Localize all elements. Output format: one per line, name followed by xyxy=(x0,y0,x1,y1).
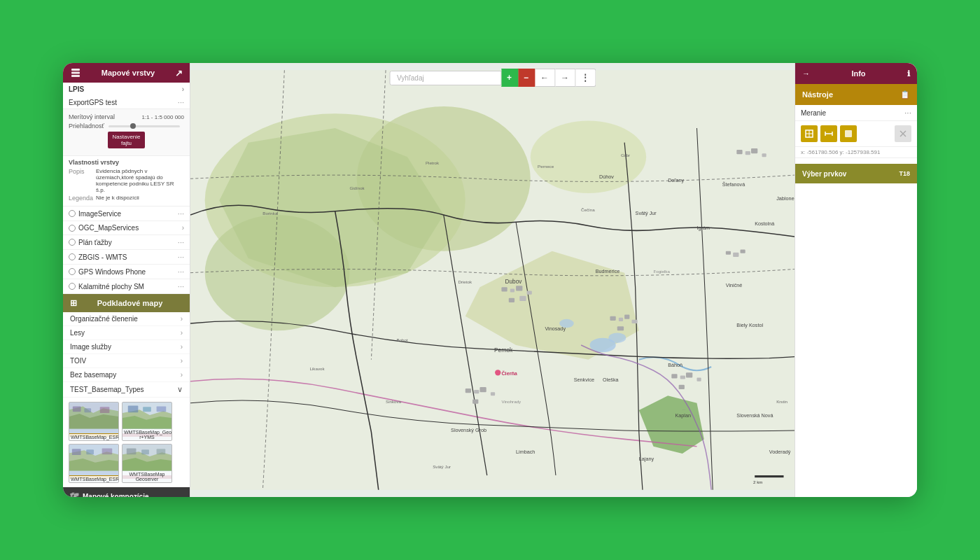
svg-text:Sinkova: Sinkova xyxy=(386,399,402,404)
image-sluzby-label: Image služby xyxy=(70,343,111,351)
kompozicie-label: Mapové kompozície xyxy=(83,493,148,498)
vyberprvkov-header[interactable]: Výber prvkov T18 xyxy=(795,164,917,183)
svg-text:Pietrok: Pietrok xyxy=(426,160,440,165)
nastroje-title: Nástroje xyxy=(802,90,833,99)
vlastnosti-section: Vlastnosti vrstvy Popis Evidencia pôdnyc… xyxy=(63,156,190,206)
coordinates-display: x: -561780.506 y: -1257938.591 xyxy=(795,147,917,158)
svg-text:Čierňa: Čierňa xyxy=(501,370,517,377)
svg-text:Gidínok: Gidínok xyxy=(349,186,365,190)
radio-imageservice[interactable] xyxy=(69,210,76,217)
ogc-layer[interactable]: OGC_MapServices › xyxy=(63,221,190,235)
export-icon[interactable]: ↗ xyxy=(175,68,183,78)
svg-rect-1 xyxy=(71,72,80,74)
svg-rect-61 xyxy=(740,250,745,253)
exportgps-dots[interactable]: ··· xyxy=(178,98,184,106)
zbgis-layer[interactable]: ZBGIS - WMTS ··· xyxy=(63,250,190,265)
measure-clear-button[interactable] xyxy=(895,125,911,142)
info-header: → Info ℹ xyxy=(795,63,917,84)
svg-text:Igrám: Igrám xyxy=(696,225,709,231)
exportgps-layer-item[interactable]: ExportGPS test ··· xyxy=(63,96,190,108)
measure-length-button[interactable] xyxy=(820,125,837,142)
svg-text:Likavok: Likavok xyxy=(310,366,326,371)
nastroje-header[interactable]: Nástroje 📋 xyxy=(795,84,917,105)
svg-rect-12 xyxy=(128,405,139,412)
plan-tazby-layer[interactable]: Plán ťažby ··· xyxy=(63,235,190,250)
test-basemap-item[interactable]: TEST_Basemap_Types ∨ xyxy=(63,382,190,398)
svg-text:Krstin: Krstin xyxy=(776,399,788,404)
svg-text:Vinohrady: Vinohrady xyxy=(501,399,522,404)
kalamitne-layer[interactable]: Kalamitné plochy SM ··· xyxy=(63,279,190,294)
svg-rect-113 xyxy=(845,130,852,137)
radio-ogc[interactable] xyxy=(69,225,76,232)
kompozicie-icon: 🗺 xyxy=(70,491,78,497)
opacity-slider[interactable] xyxy=(108,125,180,127)
search-box[interactable]: Vyhľadaj xyxy=(389,71,501,85)
svg-rect-41 xyxy=(527,291,532,295)
svg-text:Budmerice: Budmerice xyxy=(596,268,620,274)
toiv-label: TOIV xyxy=(70,357,86,365)
basemap-thumb-2[interactable]: WMTSBaseMap_Geoserve r+YMS xyxy=(122,402,172,441)
bez-basemapy-arrow: › xyxy=(181,371,183,379)
lpis-layer-item[interactable]: LPIS › xyxy=(63,83,190,96)
lesy-item[interactable]: Lesy › xyxy=(63,326,190,340)
lpis-arrow: › xyxy=(182,85,184,93)
svg-text:Gilbr: Gilbr xyxy=(621,153,630,158)
radio-zbgis[interactable] xyxy=(69,253,76,260)
org-clenenie-label: Organizačné členenie xyxy=(70,315,138,323)
imageservice-dots[interactable]: ··· xyxy=(178,209,184,218)
basemap-thumb-1[interactable]: WMTSBaseMap_ESRI xyxy=(69,402,119,441)
radio-kalamitne[interactable] xyxy=(69,283,76,290)
map-svg: Dubov Budmerice Pernok Vinosady Slovensk… xyxy=(190,63,794,497)
more-options-button[interactable]: ⋮ xyxy=(575,69,596,87)
nastavenie-button[interactable]: Nastaveniefajtu xyxy=(108,132,144,148)
measure-point-button[interactable] xyxy=(840,125,857,142)
svg-rect-65 xyxy=(762,153,766,157)
lpis-label: LPIS xyxy=(69,85,84,93)
map-area[interactable]: Dubov Budmerice Pernok Vinosady Slovensk… xyxy=(190,63,794,497)
zoom-in-button[interactable]: + xyxy=(501,69,518,87)
image-sluzby-item[interactable]: Image služby › xyxy=(63,340,190,354)
zbgis-dots[interactable]: ··· xyxy=(178,253,184,261)
meranie-dots[interactable]: ··· xyxy=(904,108,911,118)
imageservice-layer[interactable]: ImageService ··· xyxy=(63,206,190,221)
coords-text: x: -561780.506 y: -1257938.591 xyxy=(801,149,880,155)
svg-rect-51 xyxy=(624,315,629,319)
mapove-kompozicie-bar[interactable]: 🗺 Mapové kompozície xyxy=(63,487,190,497)
svg-rect-105 xyxy=(755,475,783,477)
gps-label: GPS Windows Phone xyxy=(78,268,146,276)
kalamitne-dots[interactable]: ··· xyxy=(178,282,184,290)
plan-dots[interactable]: ··· xyxy=(178,238,184,246)
radio-plan[interactable] xyxy=(69,239,76,246)
svg-text:Svätý Jur: Svätý Jur xyxy=(433,464,451,469)
org-clenenie-item[interactable]: Organizačné členenie › xyxy=(63,312,190,326)
svg-rect-56 xyxy=(686,372,692,377)
basemap-thumb-4[interactable]: WMTSBaseMap Geoserver xyxy=(122,444,172,483)
svg-rect-49 xyxy=(610,316,615,321)
svg-text:Drietok: Drietok xyxy=(458,279,472,284)
gps-dots[interactable]: ··· xyxy=(178,267,184,276)
bez-basemapy-item[interactable]: Bez basemapy › xyxy=(63,368,190,382)
zoom-out-button[interactable]: − xyxy=(518,69,535,87)
toiv-item[interactable]: TOIV › xyxy=(63,354,190,368)
exportgps-label: ExportGPS test xyxy=(69,99,117,106)
vlastnosti-title: Vlastnosti vrstvy xyxy=(69,159,184,166)
svg-rect-50 xyxy=(619,318,623,321)
basemap-thumb-3[interactable]: WMTSBaseMap_ESRI xyxy=(69,444,119,483)
radio-gps[interactable] xyxy=(69,268,76,275)
podkladove-title: Podkladové mapy xyxy=(97,299,163,307)
svg-text:Vinosady: Vinosady xyxy=(545,326,566,332)
svg-rect-48 xyxy=(472,400,478,404)
svg-rect-63 xyxy=(746,151,750,155)
merovy-interval-label: Merítový interval xyxy=(69,113,115,120)
pan-forward-button[interactable]: → xyxy=(555,69,575,87)
svg-text:Fogielka: Fogielka xyxy=(653,269,670,274)
vyberprvkov-title: Výber prvkov xyxy=(802,170,846,178)
priehladnost-label: Priehladnosť xyxy=(69,122,104,130)
basemap-thumb-3-label: WMTSBaseMap_ESRI xyxy=(69,476,118,482)
svg-text:Dúhov: Dúhov xyxy=(599,174,614,180)
image-sluzby-arrow: › xyxy=(181,343,183,351)
measure-area-button[interactable] xyxy=(801,125,818,142)
gps-layer[interactable]: GPS Windows Phone ··· xyxy=(63,265,190,279)
svg-text:Voderadý: Voderadý xyxy=(769,449,791,455)
pan-back-button[interactable]: ← xyxy=(535,69,555,87)
